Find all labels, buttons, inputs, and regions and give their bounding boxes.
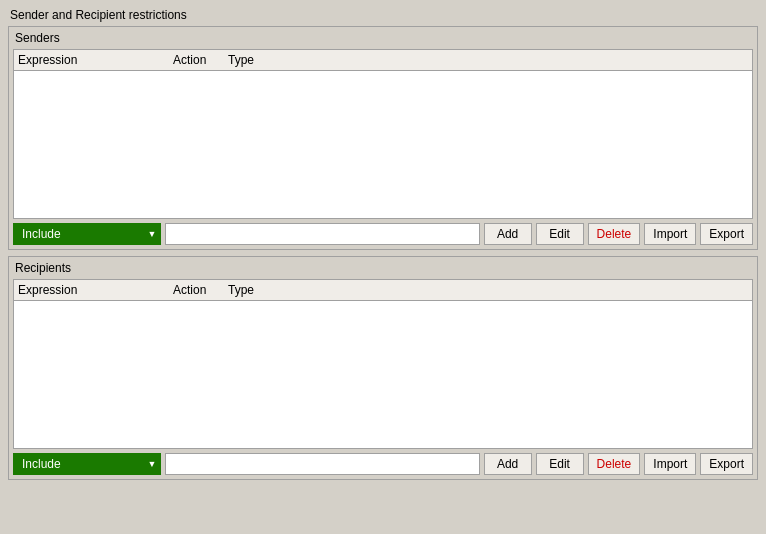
recipients-expression-input[interactable] <box>165 453 480 475</box>
senders-col-expression: Expression <box>18 53 173 67</box>
page-title: Sender and Recipient restrictions <box>8 8 758 22</box>
senders-import-button[interactable]: Import <box>644 223 696 245</box>
recipients-section: Recipients Expression Action Type Includ… <box>8 256 758 480</box>
recipients-import-button[interactable]: Import <box>644 453 696 475</box>
recipients-col-action: Action <box>173 283 228 297</box>
recipients-col-type: Type <box>228 283 288 297</box>
recipients-edit-button[interactable]: Edit <box>536 453 584 475</box>
senders-col-action: Action <box>173 53 228 67</box>
senders-section: Senders Expression Action Type Include ▼… <box>8 26 758 250</box>
senders-bottom-row: Include ▼ Add Edit Delete Import Export <box>13 223 753 245</box>
senders-table: Expression Action Type <box>13 49 753 219</box>
recipients-bottom-row: Include ▼ Add Edit Delete Import Export <box>13 453 753 475</box>
recipients-delete-button[interactable]: Delete <box>588 453 641 475</box>
recipients-table-header: Expression Action Type <box>14 280 752 301</box>
senders-edit-button[interactable]: Edit <box>536 223 584 245</box>
senders-add-button[interactable]: Add <box>484 223 532 245</box>
main-container: Sender and Recipient restrictions Sender… <box>0 0 766 534</box>
senders-table-header: Expression Action Type <box>14 50 752 71</box>
senders-table-body <box>14 71 752 217</box>
senders-col-type: Type <box>228 53 288 67</box>
recipients-dropdown-arrow-button[interactable]: ▼ <box>143 453 161 475</box>
senders-label: Senders <box>13 31 753 45</box>
recipients-export-button[interactable]: Export <box>700 453 753 475</box>
senders-include-button[interactable]: Include <box>13 223 143 245</box>
recipients-dropdown-container: Include ▼ <box>13 453 161 475</box>
senders-export-button[interactable]: Export <box>700 223 753 245</box>
senders-delete-button[interactable]: Delete <box>588 223 641 245</box>
recipients-include-button[interactable]: Include <box>13 453 143 475</box>
recipients-label: Recipients <box>13 261 753 275</box>
senders-dropdown-arrow-button[interactable]: ▼ <box>143 223 161 245</box>
recipients-table: Expression Action Type <box>13 279 753 449</box>
recipients-col-expression: Expression <box>18 283 173 297</box>
recipients-table-body <box>14 301 752 447</box>
recipients-add-button[interactable]: Add <box>484 453 532 475</box>
senders-dropdown-container: Include ▼ <box>13 223 161 245</box>
senders-expression-input[interactable] <box>165 223 480 245</box>
